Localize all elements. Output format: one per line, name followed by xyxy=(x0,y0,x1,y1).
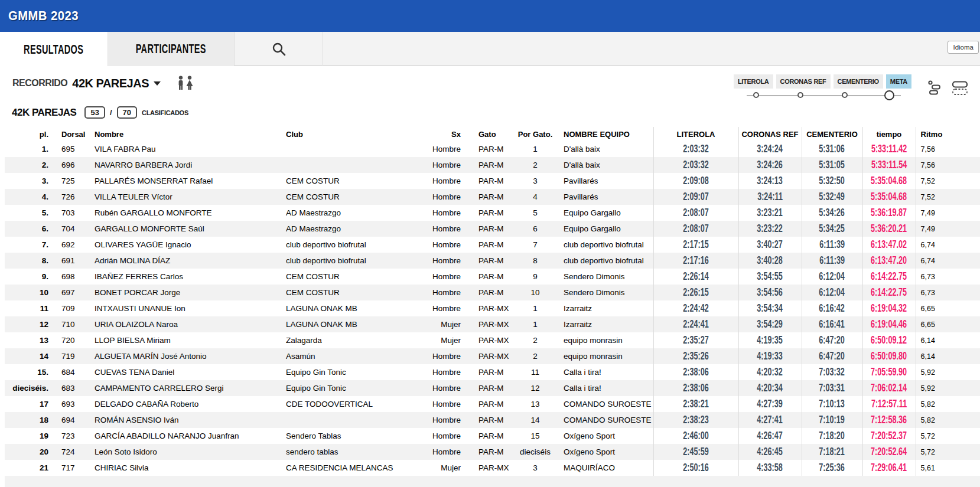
cell-coronas-ref: 4:19:35 xyxy=(738,332,802,348)
cell-tiempo: 5:33:11.54 xyxy=(862,157,916,173)
cell-sx: Hombre xyxy=(423,237,470,253)
cell-pl: 19 xyxy=(5,428,54,444)
table-row[interactable]: 7. 692 OLIVARES YAGÜE Ignacio club depor… xyxy=(5,237,980,253)
recorrido-select[interactable]: 42K PAREJAS xyxy=(72,77,161,90)
cell-cementerio: 5:32:49 xyxy=(802,189,862,205)
total-count-badge: 70 xyxy=(117,106,137,119)
cell-gato: PAR-MX xyxy=(470,316,512,332)
col-header-cementerio: CEMENTERIO xyxy=(802,127,862,141)
col-header-equipo: NOMBRE EQUIPO xyxy=(559,127,653,141)
cell-coronas-ref: 4:19:33 xyxy=(738,348,802,364)
grouping-icon-button[interactable] xyxy=(928,80,941,96)
cell-club: CEM COSTUR xyxy=(275,285,423,300)
checkpoint-chip-meta[interactable]: META xyxy=(886,74,911,89)
table-row[interactable]: 18 694 ROMÁN ASENSIO Iván Hombre PAR-M 1… xyxy=(5,412,980,428)
tab-participantes[interactable]: PARTICIPANTES xyxy=(108,32,235,66)
cell-coronas-ref: 4:27:39 xyxy=(738,396,802,412)
checkpoint-chip-cementerio[interactable]: CEMENTERIO xyxy=(834,74,883,89)
slider-dot-meta[interactable] xyxy=(884,90,894,100)
slider-dot-cementerio[interactable] xyxy=(842,92,848,98)
cell-nombre: CUEVAS TENA Daniel xyxy=(87,364,275,380)
table-row[interactable]: 12 710 URIA OLAIZOLA Naroa LAGUNA ONAK M… xyxy=(5,316,980,332)
results-table: pl. Dorsal Nombre Club Sx Gato Por Gato.… xyxy=(5,127,980,476)
table-row[interactable]: dieciséis. 683 CAMPAMENTO CARRELERO Serg… xyxy=(5,380,980,396)
cell-spacer xyxy=(951,221,980,237)
table-row[interactable]: 19 723 GARCÍA ABADILLO NARANJO Juanfran … xyxy=(5,428,980,444)
cell-sx: Hombre xyxy=(423,396,470,412)
cell-ritmo: 6,73 xyxy=(916,285,951,300)
checkpoint-selector: LITEROLA CORONAS REF CEMENTERIO META xyxy=(734,74,911,102)
table-row[interactable]: 20 724 León Soto Isidoro sendero tablas … xyxy=(5,444,980,460)
cell-equipo: Sendero Dimonis xyxy=(559,269,653,285)
cell-cementerio: 6:12:04 xyxy=(802,269,862,285)
table-row[interactable]: 2. 696 NAVARRO BARBERA Jordi Hombre PAR-… xyxy=(5,157,980,173)
cell-spacer xyxy=(951,364,980,380)
slider-dot-literola[interactable] xyxy=(753,92,759,98)
cell-gato: PAR-M xyxy=(470,173,512,189)
cell-gato: PAR-MX xyxy=(470,332,512,348)
cell-sx: Hombre xyxy=(423,221,470,237)
cell-literola: 2:09:07 xyxy=(653,189,738,205)
cell-cementerio: 5:32:50 xyxy=(802,173,862,189)
cell-por-gato: 14 xyxy=(512,412,559,428)
cell-cementerio: 5:34:26 xyxy=(802,205,862,221)
idioma-button[interactable]: Idioma xyxy=(948,41,979,54)
cell-spacer xyxy=(951,332,980,348)
cell-pl: 5. xyxy=(5,205,54,221)
cell-literola: 2:09:08 xyxy=(653,173,738,189)
cell-ritmo: 6,65 xyxy=(916,316,951,332)
cell-spacer xyxy=(951,380,980,396)
table-row[interactable]: 3. 725 PALLARÉS MONSERRAT Rafael CEM COS… xyxy=(5,173,980,189)
cell-club: club deportivo biofrutal xyxy=(275,237,423,253)
cell-club: club deportivo biofrutal xyxy=(275,253,423,269)
cell-coronas-ref: 3:23:22 xyxy=(738,221,802,237)
table-row[interactable]: 15. 684 CUEVAS TENA Daniel Equipo Gin To… xyxy=(5,364,980,380)
cell-tiempo: 5:35:04.68 xyxy=(862,173,916,189)
cell-dorsal: 709 xyxy=(54,300,87,316)
table-row[interactable]: 8. 691 Adrián MOLINA DÍAZ club deportivo… xyxy=(5,253,980,269)
cell-literola: 2:46:00 xyxy=(653,428,738,444)
table-row[interactable]: 11 709 INTXAUSTI UNANUE Ion LAGUNA ONAK … xyxy=(5,300,980,316)
cell-pl: 15. xyxy=(5,364,54,380)
cell-nombre: INTXAUSTI UNANUE Ion xyxy=(87,300,275,316)
cell-literola: 2:38:21 xyxy=(653,396,738,412)
checkpoint-chip-coronas-ref[interactable]: CORONAS REF xyxy=(776,74,831,89)
cell-gato: PAR-M xyxy=(470,189,512,205)
cell-ritmo: 6,14 xyxy=(916,332,951,348)
table-row[interactable]: 5. 703 Rubén GARGALLO MONFORTE AD Maestr… xyxy=(5,205,980,221)
cell-club: CEM COSTUR xyxy=(275,173,423,189)
slider-dot-coronas-ref[interactable] xyxy=(797,92,803,98)
cell-sx: Mujer xyxy=(423,332,470,348)
tab-resultados[interactable]: RESULTADOS xyxy=(0,32,108,67)
cell-spacer xyxy=(951,396,980,412)
cell-dorsal: 698 xyxy=(54,269,87,285)
table-row[interactable]: 21 717 CHIRIAC Silvia CA RESIDENCIA MELA… xyxy=(5,460,980,476)
cell-ritmo: 5,82 xyxy=(916,412,951,428)
results-tbody: 1. 695 VILA FABRA Pau Hombre PAR-M 1 D'a… xyxy=(5,141,980,476)
rows-view-icon-button[interactable] xyxy=(952,80,968,96)
cell-coronas-ref: 4:20:32 xyxy=(738,364,802,380)
cell-club: sendero tablas xyxy=(275,444,423,460)
cell-por-gato: 3 xyxy=(512,460,559,476)
table-row[interactable]: 13 720 LLOP BIELSA Miriam Zalagarda Muje… xyxy=(5,332,980,348)
table-row[interactable]: 10 697 BONET PORCAR Jorge CEM COSTUR Hom… xyxy=(5,285,980,300)
table-row[interactable]: 14 719 ALGUETA MARÍN José Antonio Asamún… xyxy=(5,348,980,364)
couple-icon[interactable] xyxy=(176,76,196,91)
tab-participantes-label: PARTICIPANTES xyxy=(136,41,206,57)
cell-pl: 17 xyxy=(5,396,54,412)
table-row[interactable]: 6. 704 GARGALLO MONFORTE Saúl AD Maestra… xyxy=(5,221,980,237)
cell-spacer xyxy=(951,253,980,269)
cell-dorsal: 719 xyxy=(54,348,87,364)
cell-nombre: IBAÑEZ FERRES Carlos xyxy=(87,269,275,285)
cell-dorsal: 697 xyxy=(54,285,87,300)
cell-gato: PAR-M xyxy=(470,157,512,173)
checkpoint-chip-literola[interactable]: LITEROLA xyxy=(734,74,773,89)
table-row[interactable]: 9. 698 IBAÑEZ FERRES Carlos CEM COSTUR H… xyxy=(5,269,980,285)
cell-literola: 2:24:41 xyxy=(653,316,738,332)
table-row[interactable]: 4. 726 VILLA TEULER Víctor CEM COSTUR Ho… xyxy=(5,189,980,205)
tab-search[interactable] xyxy=(235,32,323,66)
table-row[interactable]: 1. 695 VILA FABRA Pau Hombre PAR-M 1 D'a… xyxy=(5,141,980,157)
cell-nombre: DELGADO CABAÑA Roberto xyxy=(87,396,275,412)
table-row[interactable]: 17 693 DELGADO CABAÑA Roberto CDE TODOOV… xyxy=(5,396,980,412)
cell-tiempo: 6:19:04.46 xyxy=(862,316,916,332)
